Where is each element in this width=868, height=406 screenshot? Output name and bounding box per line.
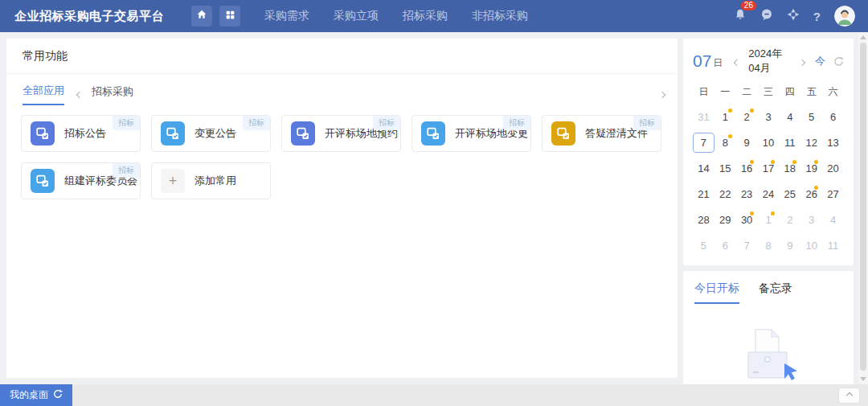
calendar-month-label[interactable]: 2024年04月 [748,47,791,76]
cockpit-switch-button[interactable] [787,8,800,24]
calendar-day[interactable]: 31 [693,107,714,127]
calendar-day[interactable]: 4 [779,107,800,127]
function-card-label: 变更公告 [194,126,236,141]
calendar-day[interactable]: 4 [822,210,844,230]
weekday-label: 六 [822,85,844,99]
calendar-day[interactable]: 27 [822,184,844,204]
calendar-day[interactable]: 19 [800,158,822,178]
calendar-day[interactable]: 6 [822,107,844,127]
calendar-day[interactable]: 11 [822,236,844,256]
chevron-up-icon [845,392,852,398]
bell-icon [734,8,747,24]
calendar-day[interactable]: 29 [714,210,736,230]
menu-item-3[interactable]: 非招标采购 [472,9,528,23]
calendar-day[interactable]: 10 [800,236,822,256]
vertical-scrollbar[interactable] [858,32,868,384]
function-card-icon [551,121,575,146]
calendar-day[interactable]: 18 [779,158,800,178]
calendar-day[interactable]: 5 [800,107,822,127]
calendar-day[interactable]: 8 [758,236,780,256]
calendar-panel: 07 日 2024年04月 今 日一二三四五六 3112345678910111… [683,39,854,265]
notifications-button[interactable]: 26 [734,8,747,24]
calendar-day[interactable]: 9 [779,236,800,256]
weekday-label: 三 [758,85,780,99]
calendar-day[interactable]: 10 [758,133,780,153]
calendar-day-unit: 日 [713,56,723,70]
calendar-day[interactable]: 2 [736,107,758,127]
calendar-day[interactable]: 23 [736,184,758,204]
function-card-2[interactable]: 开评标场地预约招标 [281,115,401,152]
four-arrows-icon [787,8,800,24]
add-common-function-card[interactable]: +添加常用 [151,162,271,199]
category-back-chevron-icon[interactable] [76,91,83,97]
calendar-header: 07 日 2024年04月 今 [693,47,844,76]
calendar-day[interactable]: 7 [736,236,758,256]
calendar-day[interactable]: 6 [714,236,736,256]
my-desktop-tab[interactable]: 我的桌面 [0,384,72,406]
calendar-prev-month-button[interactable] [732,51,742,71]
notification-badge: 26 [741,1,756,10]
calendar-day[interactable]: 12 [800,133,822,153]
calendar-refresh-icon[interactable] [833,56,844,67]
calendar-day[interactable]: 30 [736,210,758,230]
calendar-day[interactable]: 26 [800,184,822,204]
messages-button[interactable] [760,8,773,24]
calendar-day[interactable]: 13 [822,133,844,153]
card-category-tag: 招标 [113,116,140,130]
calendar-day[interactable]: 5 [693,236,714,256]
calendar-day[interactable]: 8 [714,133,736,153]
content-area: 常用功能 全部应用 招标采购 招标公告招标 变更公告招标 开评标场地预约招标 开… [0,32,868,384]
calendar-day[interactable]: 25 [779,184,800,204]
scrollbar-thumb[interactable] [860,43,866,371]
collapse-taskbar-button[interactable] [838,388,860,404]
function-card-0[interactable]: 招标公告招标 [21,115,141,152]
menu-item-2[interactable]: 招标采购 [403,9,448,23]
bid-tab-0[interactable]: 今日开标 [694,281,739,304]
tab-category-bidding[interactable]: 招标采购 [92,84,133,105]
menu-item-1[interactable]: 采购立项 [334,9,379,23]
calendar-day[interactable]: 17 [758,158,780,178]
calendar-day[interactable]: 11 [779,133,800,153]
user-avatar[interactable] [834,6,855,27]
menu-item-0[interactable]: 采购需求 [264,9,309,23]
calendar-day[interactable]: 14 [693,158,714,178]
panel-title: 常用功能 [6,39,678,74]
right-sidebar: 07 日 2024年04月 今 日一二三四五六 3112345678910111… [683,39,854,378]
scrollbar-up-arrow-icon[interactable] [860,35,866,39]
common-functions-panel: 常用功能 全部应用 招标采购 招标公告招标 变更公告招标 开评标场地预约招标 开… [6,39,678,378]
category-forward-chevron-icon[interactable] [659,91,665,97]
calendar-day[interactable]: 1 [714,107,736,127]
calendar-day[interactable]: 3 [800,210,822,230]
calendar-day[interactable]: 9 [736,133,758,153]
nav-icon-chips [191,6,240,27]
calendar-day-selected[interactable]: 7 [693,133,714,153]
function-card-1[interactable]: 变更公告招标 [151,115,271,152]
calendar-day[interactable]: 3 [758,107,780,127]
calendar-day[interactable]: 28 [693,210,714,230]
function-card-3[interactable]: 开评标场地变更招标 [411,115,531,152]
calendar-today-button[interactable]: 今 [815,54,825,68]
help-button[interactable]: ? [813,10,821,23]
calendar-day[interactable]: 2 [779,210,800,230]
card-category-tag: 招标 [503,116,530,130]
bid-panel-tabs: 今日开标备忘录 [694,281,842,304]
home-button[interactable] [191,6,212,27]
calendar-day[interactable]: 16 [736,158,758,178]
category-tabs-row: 全部应用 招标采购 [6,74,678,105]
calendar-day[interactable]: 1 [758,210,780,230]
my-desktop-label: 我的桌面 [10,388,48,402]
calendar-day[interactable]: 24 [758,184,780,204]
apps-grid-button[interactable] [219,6,240,27]
calendar-day[interactable]: 15 [714,158,736,178]
function-card-5[interactable]: 组建评标委员会招标 [21,162,141,199]
bid-tab-1[interactable]: 备忘录 [759,281,792,304]
calendar-next-month-button[interactable] [797,51,807,71]
weekday-label: 二 [736,85,758,99]
tab-all-apps[interactable]: 全部应用 [23,84,64,105]
scrollbar-down-arrow-icon[interactable] [860,377,866,381]
calendar-day[interactable]: 22 [714,184,736,204]
calendar-day[interactable]: 21 [693,184,714,204]
card-category-tag: 招标 [243,116,270,130]
calendar-day[interactable]: 20 [822,158,844,178]
function-card-4[interactable]: 答疑澄清文件招标 [542,115,661,152]
